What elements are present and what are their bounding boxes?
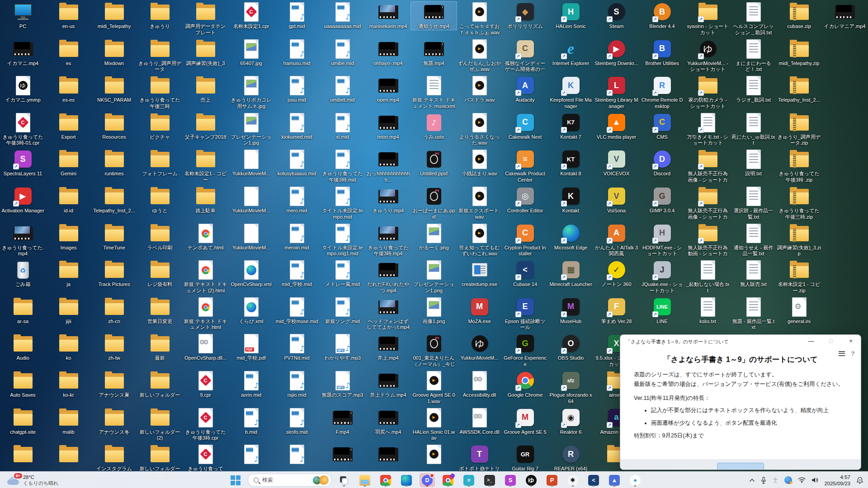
desktop-icon[interactable]: くらび.xml: [228, 297, 274, 325]
desktop-icon[interactable]: es-es: [46, 75, 91, 103]
desktop-icon[interactable]: <↗Cubase 14: [502, 260, 548, 288]
desktop-icon[interactable]: ♪MP3わかりやす.mp3: [320, 333, 365, 361]
desktop-icon[interactable]: cubase.zip: [776, 2, 822, 30]
desktop-icon[interactable]: C名称未設定1.cpr: [228, 2, 274, 30]
desktop-icon[interactable]: ▦↗Minecraft Launcher: [548, 260, 594, 288]
desktop-icon[interactable]: YukkuriMovieM...: [228, 186, 274, 214]
desktop-icon[interactable]: ko-kr: [46, 371, 91, 399]
desktop-icon[interactable]: 調声練習(失敗)_3.zip: [776, 223, 822, 257]
taskbar-app-chatgpt[interactable]: ✱: [565, 473, 580, 487]
start-button[interactable]: [228, 473, 243, 487]
desktop-icon[interactable]: ゆ↗YukkuriMovieM... - ショートカット: [685, 39, 731, 73]
desktop-icon[interactable]: 選択肢 - 親作品一覧.txt: [731, 186, 776, 220]
desktop-icon[interactable]: 画像1.png: [411, 297, 457, 325]
desktop-icon[interactable]: まにまにわーるど！.txt: [731, 39, 776, 73]
desktop-icon[interactable]: 新しいフォルダー (2): [137, 408, 183, 441]
desktop-icon[interactable]: アナウンス冬: [91, 408, 137, 436]
desktop-icon[interactable]: 無題 - 親作品一覧.txt: [731, 297, 776, 331]
desktop-icon[interactable]: ⚙general.ini: [776, 297, 822, 325]
desktop-icon[interactable]: 調声用データテンプレート: [183, 2, 228, 36]
desktop-icon[interactable]: ⚙⚙AWSSDK.Core.dll: [457, 408, 502, 436]
desktop-icon[interactable]: きゅうり食ってた午後3時.mp4: [365, 223, 411, 257]
desktop-icon[interactable]: en-us: [46, 2, 91, 30]
tray-app-icon[interactable]: [784, 476, 792, 484]
clock[interactable]: 4:57 2025/09/23: [824, 474, 850, 487]
desktop-icon[interactable]: ♪きゅうり食ってた午後3時.mid: [320, 149, 365, 183]
desktop-icon[interactable]: ♪sirofo.mid: [274, 408, 320, 436]
desktop-icon[interactable]: ♪kiokumed.mid: [274, 113, 320, 141]
taskbar-app-terminal[interactable]: >_: [482, 473, 497, 487]
desktop-icon[interactable]: e↗Internet Explorer: [548, 39, 594, 67]
desktop-icon[interactable]: テンポあて.html: [183, 223, 228, 251]
desktop-icon[interactable]: 新規 テキスト ドキュメント.html: [183, 297, 228, 331]
desktop-icon[interactable]: ピクチャ: [137, 113, 183, 141]
desktop-icon[interactable]: ◉↗Reaktor 6: [548, 408, 594, 436]
desktop-icon[interactable]: S↗Steam: [594, 2, 639, 30]
desktop-icon[interactable]: ♪mid_学校muse.mid: [274, 297, 320, 325]
desktop-icon[interactable]: zh-tw: [91, 333, 137, 361]
desktop-icon[interactable]: C9.cpr: [183, 371, 228, 399]
desktop-icon[interactable]: ✓↗ノートン 360: [594, 260, 639, 288]
desktop-icon[interactable]: 新規 テキスト ドキュメント.musicxml: [411, 75, 457, 109]
desktop-icon[interactable]: sfz↗Plogue sforzando x64: [548, 371, 594, 404]
minimize-button[interactable]: —: [801, 335, 821, 348]
desktop-icon[interactable]: ♪mid_学校.mid: [274, 260, 320, 288]
desktop-icon[interactable]: L↗Steinberg Library Manager: [594, 75, 639, 109]
desktop-icon[interactable]: ♪: [228, 444, 274, 465]
desktop-icon[interactable]: H↗HDDFMT.exe - ショートカット: [639, 223, 685, 257]
desktop-icon[interactable]: G↗GIMP 3.0.4: [639, 186, 685, 214]
desktop-icon[interactable]: ◎↗Controller Editor: [502, 186, 548, 214]
search-box[interactable]: 検索: [248, 474, 332, 487]
desktop-icon[interactable]: ♪b.mid: [228, 408, 274, 436]
desktop-icon[interactable]: Mixdown: [91, 39, 137, 67]
desktop-icon[interactable]: ゆイカマニ.ymmp: [0, 75, 46, 103]
desktop-icon[interactable]: ♪hamusu.mid: [274, 39, 320, 67]
desktop-icon[interactable]: chatgpt-site: [0, 408, 46, 436]
desktop-icon[interactable]: ♪rajio.mid: [274, 371, 320, 399]
desktop-icon[interactable]: ♪タイトル未設定.tempo.orig1.mid: [320, 223, 365, 257]
desktop-icon[interactable]: _起動しない場合.txt: [685, 260, 731, 294]
desktop-icon[interactable]: ▶ずんだもん_しおかぜふ.wav: [457, 39, 502, 73]
desktop-icon[interactable]: ▶HALion Sonic 01.wav: [411, 408, 457, 441]
desktop-icon[interactable]: O↗OBS Studio: [548, 333, 594, 361]
desktop-icon[interactable]: 名称未設定1 - コピー: [183, 149, 228, 183]
desktop-icon[interactable]: 羽尻へ.mp4: [365, 408, 411, 436]
desktop-icon[interactable]: [0, 444, 46, 465]
desktop-icon[interactable]: ♪aorin.mid: [228, 371, 274, 399]
desktop-icon[interactable]: Auto Saves: [0, 371, 46, 399]
desktop-icon[interactable]: C↗CMS: [639, 113, 685, 141]
taskbar-app-spectralayers[interactable]: S: [503, 473, 518, 487]
desktop-icon[interactable]: ohhayo-.mp4: [365, 39, 411, 67]
desktop-icon[interactable]: ♪: [274, 444, 320, 465]
help-icon[interactable]: ?: [851, 350, 854, 357]
desktop-icon[interactable]: ♪新規ソング.mid: [320, 297, 365, 325]
desktop-icon[interactable]: ♪kotusytuaaus.mid: [274, 149, 320, 177]
desktop-icon[interactable]: ▶Groove Agent SE 01.wav: [411, 371, 457, 404]
desktop-icon[interactable]: 最新: [137, 333, 183, 361]
desktop-icon[interactable]: Cきゅうり食ってた午後3時-01.cpr: [0, 113, 46, 146]
taskbar-app-file-explorer[interactable]: [357, 473, 373, 487]
desktop-icon[interactable]: ▶: [411, 444, 457, 465]
desktop-icon[interactable]: ↗家の防犯カメラ - ショートカット: [685, 75, 731, 109]
desktop-icon[interactable]: ♪タイトル未設定.tempo.mid: [320, 186, 365, 220]
desktop-icon[interactable]: プレゼンテーション1.png: [411, 260, 457, 294]
desktop-icon[interactable]: E↗Epson 接続診断ツール: [502, 297, 548, 331]
desktop-icon[interactable]: ♪gpt.mid: [274, 2, 320, 30]
desktop-icon[interactable]: 無題.mp4: [411, 39, 457, 67]
list-icon[interactable]: [839, 351, 845, 356]
desktop-icon[interactable]: Images: [46, 223, 91, 251]
desktop-icon[interactable]: ko: [46, 333, 91, 361]
desktop-icon[interactable]: きゅうり_調声用データ.zip: [776, 113, 822, 146]
desktop-icon[interactable]: createdump.exe: [457, 260, 502, 288]
desktop-icon[interactable]: ksks.txt: [685, 297, 731, 325]
desktop-icon[interactable]: ヘルスコンプレッション＿歌詞.txt: [731, 2, 776, 36]
weather-widget[interactable]: 9+ 28°C くもりのち晴れ: [5, 473, 61, 488]
desktop-icon[interactable]: きゅうり_調声用データ: [137, 39, 183, 73]
desktop-icon[interactable]: ♪jusu.mid: [274, 75, 320, 103]
taskbar-app-edge[interactable]: [399, 473, 414, 487]
desktop-icon[interactable]: 井上ドラム.mp4: [365, 371, 411, 399]
taskbar-app-discord[interactable]: D: [420, 473, 435, 487]
desktop-icon[interactable]: Export: [46, 113, 91, 141]
desktop-icon[interactable]: 説明.txt: [731, 149, 776, 177]
desktop-icon[interactable]: ja: [46, 260, 91, 288]
